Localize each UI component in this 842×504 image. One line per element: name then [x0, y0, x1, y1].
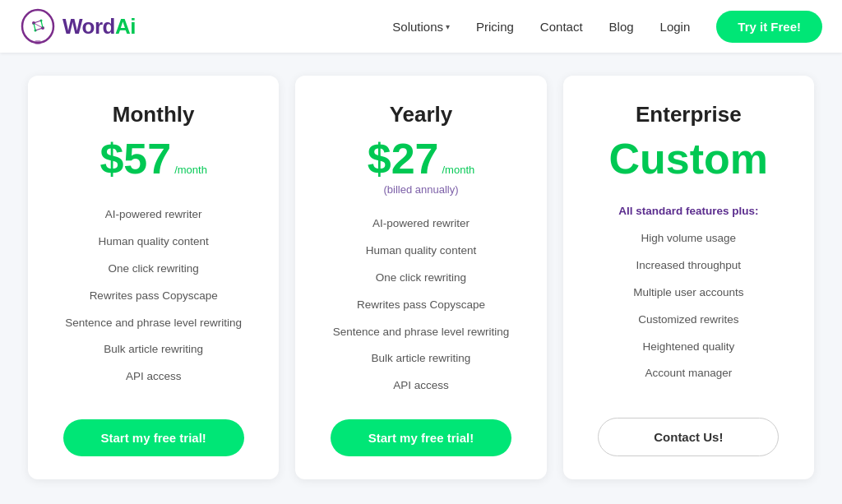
yearly-billing-note: (billed annually)	[383, 183, 458, 196]
logo: WordAi	[20, 8, 136, 44]
svg-point-0	[22, 10, 53, 43]
list-item: One click rewriting	[51, 256, 256, 283]
header: WordAi Solutions ▾ Pricing Contact Blog …	[0, 0, 842, 53]
pricing-card-enterprise: Enterprise Custom All standard features …	[563, 76, 814, 479]
chevron-down-icon: ▾	[446, 22, 450, 31]
list-item: Customized rewrites	[586, 307, 791, 334]
logo-icon	[20, 8, 56, 44]
pricing-card-yearly: Yearly $27 /month (billed annually) AI-p…	[295, 76, 546, 479]
list-item: Account manager	[586, 360, 791, 387]
list-item: Human quality content	[51, 229, 256, 256]
logo-text: WordAi	[62, 14, 136, 39]
nav-blog[interactable]: Blog	[609, 20, 634, 34]
svg-line-7	[35, 28, 43, 30]
nav-login[interactable]: Login	[660, 20, 691, 34]
yearly-features: AI-powered rewriter Human quality conten…	[318, 210, 523, 400]
pricing-card-monthly: Monthly $57 /month AI-powered rewriter H…	[28, 76, 279, 479]
yearly-cta-button[interactable]: Start my free trial!	[331, 419, 511, 456]
yearly-price-period: /month	[442, 164, 475, 176]
list-item: Rewrites pass Copyscape	[51, 283, 256, 310]
monthly-price-period: /month	[174, 164, 207, 176]
monthly-price-amount: $57	[99, 137, 171, 180]
list-item: High volume usage	[586, 225, 791, 252]
list-item: One click rewriting	[318, 265, 523, 292]
list-item: AI-powered rewriter	[51, 201, 256, 229]
enterprise-price: Custom	[609, 137, 769, 180]
svg-rect-10	[35, 40, 41, 44]
nav-pricing[interactable]: Pricing	[476, 20, 514, 34]
enterprise-feature-highlight: All standard features plus:	[618, 205, 758, 217]
enterprise-cta-button[interactable]: Contact Us!	[598, 418, 779, 456]
pricing-section: Monthly $57 /month AI-powered rewriter H…	[0, 53, 842, 499]
monthly-price-line: $57 /month	[99, 137, 207, 180]
svg-line-5	[34, 21, 41, 23]
yearly-price-amount: $27	[368, 137, 439, 180]
nav-contact[interactable]: Contact	[540, 20, 583, 34]
monthly-features: AI-powered rewriter Human quality conten…	[51, 201, 256, 391]
list-item: Bulk article rewriting	[318, 345, 523, 372]
monthly-title: Monthly	[113, 102, 195, 127]
list-item: Increased throughput	[586, 252, 791, 280]
list-item: API access	[51, 363, 256, 391]
list-item: Sentence and phrase level rewriting	[318, 319, 523, 346]
list-item: API access	[318, 372, 523, 400]
list-item: Multiple user accounts	[586, 280, 791, 307]
list-item: Human quality content	[318, 238, 523, 265]
list-item: AI-powered rewriter	[318, 210, 523, 238]
try-free-button[interactable]: Try it Free!	[716, 11, 822, 43]
nav-solutions[interactable]: Solutions ▾	[392, 20, 450, 34]
list-item: Bulk article rewriting	[51, 336, 256, 363]
yearly-price-line: $27 /month	[368, 137, 475, 180]
main-nav: Solutions ▾ Pricing Contact Blog Login	[392, 20, 690, 34]
list-item: Heightened quality	[586, 334, 791, 361]
enterprise-features: High volume usage Increased throughput M…	[586, 225, 791, 387]
yearly-title: Yearly	[390, 102, 453, 127]
list-item: Rewrites pass Copyscape	[318, 292, 523, 319]
monthly-cta-button[interactable]: Start my free trial!	[63, 419, 244, 456]
list-item: Sentence and phrase level rewriting	[51, 310, 256, 337]
enterprise-title: Enterprise	[636, 102, 742, 127]
